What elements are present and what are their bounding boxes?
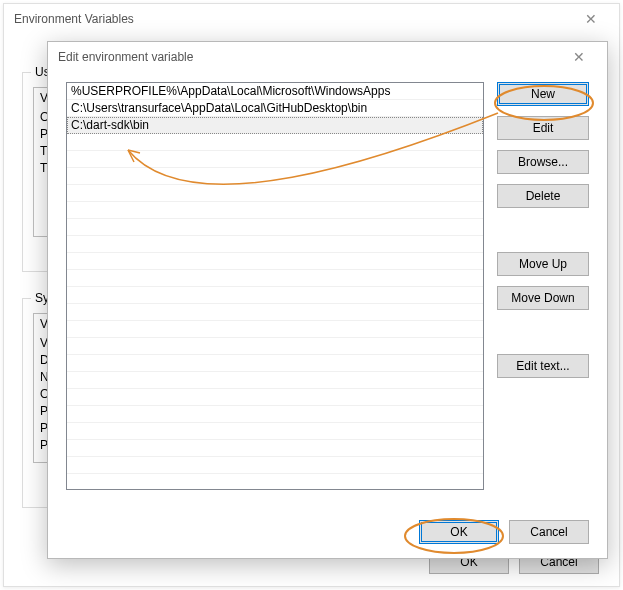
edit-titlebar: Edit environment variable ✕ xyxy=(48,42,607,72)
empty-row[interactable] xyxy=(67,151,483,168)
path-entry[interactable]: %USERPROFILE%\AppData\Local\Microsoft\Wi… xyxy=(67,83,483,100)
empty-row[interactable] xyxy=(67,202,483,219)
empty-row[interactable] xyxy=(67,423,483,440)
path-entries-listbox[interactable]: %USERPROFILE%\AppData\Local\Microsoft\Wi… xyxy=(66,82,484,490)
move-down-button[interactable]: Move Down xyxy=(497,286,589,310)
path-entry[interactable]: C:\Users\transurface\AppData\Local\GitHu… xyxy=(67,100,483,117)
edit-environment-variable-dialog: Edit environment variable ✕ %USERPROFILE… xyxy=(47,41,608,559)
empty-row[interactable] xyxy=(67,321,483,338)
empty-row[interactable] xyxy=(67,372,483,389)
env-title: Environment Variables xyxy=(14,12,134,26)
empty-row[interactable] xyxy=(67,185,483,202)
browse-button[interactable]: Browse... xyxy=(497,150,589,174)
empty-row[interactable] xyxy=(67,338,483,355)
close-icon[interactable]: ✕ xyxy=(561,49,597,65)
empty-row[interactable] xyxy=(67,270,483,287)
empty-row[interactable] xyxy=(67,457,483,474)
empty-row[interactable] xyxy=(67,389,483,406)
cancel-button-edit[interactable]: Cancel xyxy=(509,520,589,544)
empty-row[interactable] xyxy=(67,355,483,372)
empty-row[interactable] xyxy=(67,287,483,304)
env-titlebar: Environment Variables ✕ xyxy=(4,4,619,34)
empty-row[interactable] xyxy=(67,304,483,321)
ok-button-edit[interactable]: OK xyxy=(419,520,499,544)
close-icon[interactable]: ✕ xyxy=(573,11,609,27)
empty-row[interactable] xyxy=(67,406,483,423)
empty-row[interactable] xyxy=(67,440,483,457)
new-button[interactable]: New xyxy=(497,82,589,106)
delete-button[interactable]: Delete xyxy=(497,184,589,208)
empty-row[interactable] xyxy=(67,236,483,253)
edit-button[interactable]: Edit xyxy=(497,116,589,140)
edit-text-button[interactable]: Edit text... xyxy=(497,354,589,378)
empty-row[interactable] xyxy=(67,253,483,270)
empty-row[interactable] xyxy=(67,168,483,185)
selected-entry[interactable]: C:\dart-sdk\bin xyxy=(67,117,483,134)
edit-title: Edit environment variable xyxy=(58,50,193,64)
move-up-button[interactable]: Move Up xyxy=(497,252,589,276)
empty-row[interactable] xyxy=(67,134,483,151)
empty-row[interactable] xyxy=(67,219,483,236)
